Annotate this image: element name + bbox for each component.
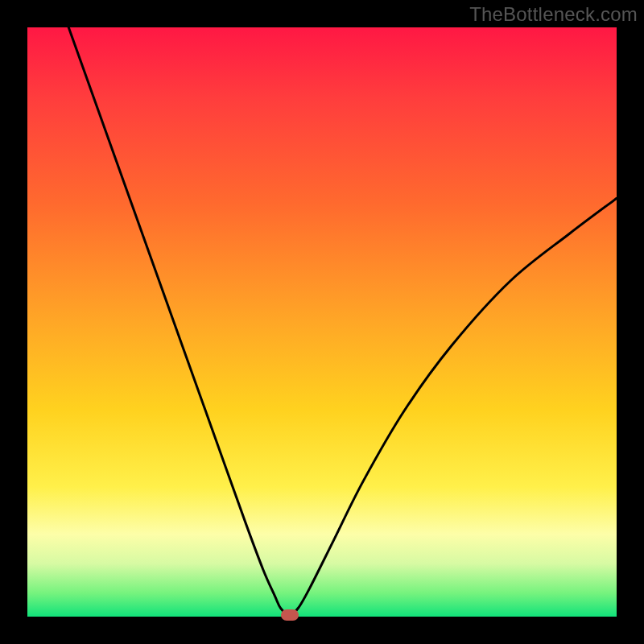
chart-frame: TheBottleneck.com — [0, 0, 644, 644]
watermark-text: TheBottleneck.com — [469, 3, 638, 26]
bottleneck-curve — [27, 27, 617, 617]
gradient-plot-area — [27, 27, 617, 617]
min-marker-icon — [281, 609, 299, 621]
